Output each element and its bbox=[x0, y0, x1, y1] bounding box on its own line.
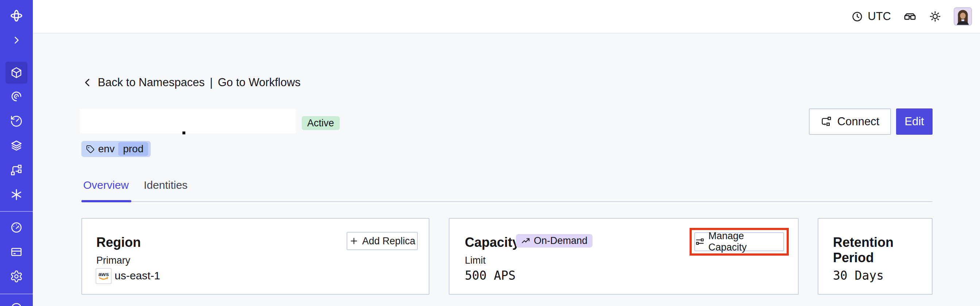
status-badge: Active bbox=[302, 116, 340, 130]
retention-card: Retention Period 30 Days bbox=[818, 218, 932, 295]
sidebar-divider bbox=[0, 293, 33, 294]
retention-card-title: Retention Period bbox=[833, 235, 932, 266]
settings-gear-icon bbox=[10, 270, 23, 283]
namespace-title-redaction bbox=[80, 109, 296, 133]
schedules-history-icon bbox=[10, 115, 23, 128]
connect-button[interactable]: Connect bbox=[809, 108, 891, 135]
workflows-spiral-icon bbox=[10, 90, 23, 103]
plus-icon bbox=[349, 236, 359, 246]
sidebar-item-batch[interactable] bbox=[10, 164, 23, 177]
sidebar-item-settings[interactable] bbox=[10, 270, 23, 283]
breadcrumb-separator: | bbox=[210, 76, 213, 89]
sidebar-item-billing[interactable] bbox=[10, 245, 23, 258]
timezone-button[interactable]: UTC bbox=[851, 10, 891, 23]
partial-bottom-icon[interactable] bbox=[10, 301, 23, 306]
user-avatar[interactable] bbox=[954, 7, 972, 26]
labs-glasses-button[interactable] bbox=[904, 10, 916, 23]
back-chevron-icon[interactable] bbox=[83, 77, 93, 88]
capacity-card-title: Capacity bbox=[465, 235, 520, 250]
region-card-title: Region bbox=[96, 235, 141, 250]
go-to-workflows-link[interactable]: Go to Workflows bbox=[218, 76, 301, 89]
svg-text:aws: aws bbox=[99, 271, 109, 277]
sidebar-item-workflows[interactable] bbox=[10, 90, 23, 103]
active-tab-indicator bbox=[81, 200, 131, 202]
ondemand-badge: On-Demand bbox=[516, 234, 592, 247]
temporal-logo[interactable] bbox=[9, 8, 24, 23]
glasses-icon bbox=[904, 10, 916, 23]
region-card: Region Add Replica Primary aws us-east-1 bbox=[81, 218, 430, 295]
sidebar-item-nexus[interactable] bbox=[10, 188, 23, 201]
trending-up-icon bbox=[521, 236, 530, 246]
namespace-tag: env prod bbox=[81, 141, 151, 157]
sidebar-item-usage[interactable] bbox=[10, 221, 23, 234]
deployments-layers-icon bbox=[10, 139, 23, 152]
capacity-card: Capacity On-Demand Manage Capacity Limit… bbox=[449, 218, 799, 295]
nexus-asterisk-icon bbox=[10, 188, 23, 201]
retention-value: 30 Days bbox=[833, 268, 884, 283]
namespaces-cube-icon bbox=[10, 66, 23, 79]
sun-icon bbox=[929, 10, 941, 22]
batch-branch-icon bbox=[10, 164, 23, 177]
expand-chevron-icon[interactable] bbox=[10, 33, 23, 47]
theme-toggle-button[interactable] bbox=[929, 10, 941, 22]
sidebar-item-namespaces[interactable] bbox=[10, 66, 23, 79]
tag-value-chip: prod bbox=[118, 142, 148, 156]
breadcrumb: Back to Namespaces | Go to Workflows bbox=[83, 75, 301, 90]
redaction-artifact bbox=[183, 131, 185, 134]
app-window: UTC bbox=[0, 0, 980, 306]
sliders-icon bbox=[695, 237, 705, 247]
capacity-value: 500 APS bbox=[465, 268, 515, 283]
aws-logo: aws bbox=[95, 268, 111, 284]
limit-label: Limit bbox=[465, 255, 485, 266]
billing-card-icon bbox=[10, 245, 23, 258]
sidebar-nav bbox=[0, 0, 33, 306]
tab-overview[interactable]: Overview bbox=[83, 179, 129, 191]
tag-icon bbox=[86, 145, 94, 153]
region-value: us-east-1 bbox=[115, 269, 160, 282]
top-bar: UTC bbox=[33, 0, 980, 33]
sidebar-divider bbox=[0, 211, 33, 212]
sidebar-item-schedules[interactable] bbox=[10, 115, 23, 128]
edit-button[interactable]: Edit bbox=[896, 108, 932, 135]
usage-gauge-icon bbox=[10, 221, 23, 234]
manage-capacity-button[interactable]: Manage Capacity bbox=[694, 232, 784, 251]
connect-workflow-icon bbox=[821, 116, 832, 128]
add-replica-button[interactable]: Add Replica bbox=[347, 232, 418, 250]
primary-label: Primary bbox=[96, 255, 130, 266]
tab-identities[interactable]: Identities bbox=[144, 179, 188, 191]
tag-key: env bbox=[98, 143, 115, 155]
clock-icon bbox=[851, 11, 863, 22]
tabs-baseline bbox=[81, 201, 932, 202]
back-to-namespaces-link[interactable]: Back to Namespaces bbox=[98, 76, 205, 89]
timezone-label: UTC bbox=[868, 10, 891, 23]
sidebar-item-deployments[interactable] bbox=[10, 139, 23, 152]
